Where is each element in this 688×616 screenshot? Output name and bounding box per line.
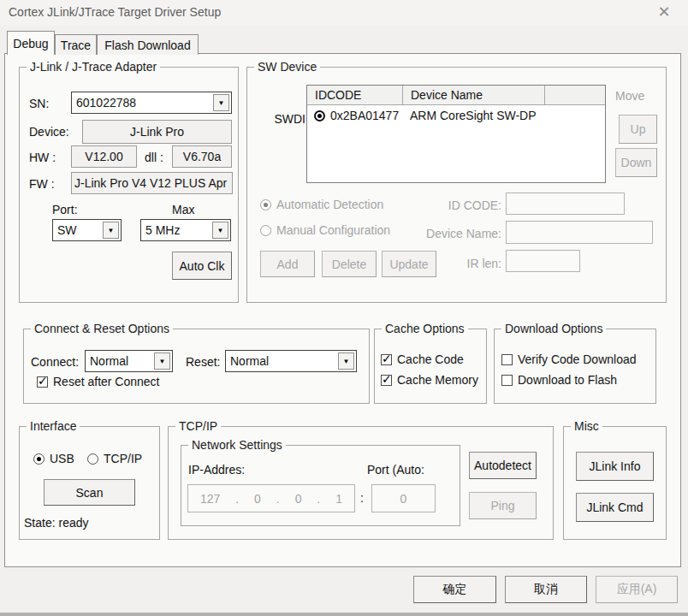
title-bar: Cortex JLink/JTrace Target Driver Setup … <box>0 0 688 26</box>
cache-code-label: Cache Code <box>397 352 464 366</box>
ip-octet-4: 1 <box>335 492 342 506</box>
manual-configuration-radio: Manual Configuration <box>260 223 390 237</box>
window-bottom-edge <box>0 613 688 616</box>
autodetect-button[interactable]: Autodetect <box>469 452 537 479</box>
group-misc-legend: Misc <box>571 419 602 433</box>
hw-field: V12.00 <box>71 145 137 168</box>
checkbox-icon[interactable] <box>381 354 392 365</box>
sw-device-table-header: IDCODE Device Name <box>307 86 605 105</box>
tab-debug-label: Debug <box>13 37 48 50</box>
max-speed-combo-value: 5 MHz <box>141 220 211 240</box>
group-network-settings: Network Settings IP-Addres: Port (Auto: … <box>181 445 460 526</box>
connect-combo-value: Normal <box>86 351 152 371</box>
reset-combo-value: Normal <box>226 351 336 371</box>
group-interface-legend: Interface <box>27 419 80 433</box>
connect-label: Connect: <box>31 355 79 369</box>
ping-button: Ping <box>469 492 537 519</box>
connect-combo[interactable]: Normal ▼ <box>85 350 173 372</box>
chevron-down-icon[interactable]: ▼ <box>154 352 170 370</box>
sn-combo-value: 601022788 <box>72 92 211 113</box>
chevron-down-icon[interactable]: ▼ <box>213 94 229 111</box>
tab-trace[interactable]: Trace <box>55 34 97 55</box>
move-down-label: Down <box>621 156 652 169</box>
update-button: Update <box>382 251 436 277</box>
group-connect-reset-legend: Connect & Reset Options <box>31 322 173 335</box>
manual-configuration-label: Manual Configuration <box>276 223 390 237</box>
update-label: Update <box>389 258 428 271</box>
group-cache-options: Cache Options Cache Code Cache Memory <box>374 329 487 404</box>
ip-octet-1: 127 <box>200 492 220 506</box>
group-adapter: J-Link / J-Trace Adapter SN: 601022788 ▼… <box>19 67 239 303</box>
scan-label: Scan <box>76 486 104 500</box>
device-field: J-Link Pro <box>82 120 232 144</box>
reset-label: Reset: <box>186 355 220 369</box>
row-device-name: ARM CoreSight SW-DP <box>410 109 537 122</box>
port-combo[interactable]: SW ▼ <box>52 219 122 241</box>
device-label: Device: <box>29 125 69 139</box>
cache-memory-checkbox[interactable]: Cache Memory <box>381 373 478 387</box>
row-radio-icon[interactable] <box>314 110 325 121</box>
ok-button[interactable]: 确定 <box>413 576 496 603</box>
manual-configuration-radio-icon <box>260 225 271 236</box>
auto-clk-button[interactable]: Auto Clk <box>172 252 232 280</box>
download-to-flash-checkbox[interactable]: Download to Flash <box>501 373 617 387</box>
usb-radio-icon[interactable] <box>33 453 44 465</box>
max-speed-combo[interactable]: 5 MHz ▼ <box>140 219 231 241</box>
jlink-info-label: JLink Info <box>590 459 641 473</box>
ok-label: 确定 <box>443 582 467 597</box>
chevron-down-icon[interactable]: ▼ <box>338 352 354 370</box>
chevron-down-icon[interactable]: ▼ <box>103 222 119 239</box>
cache-code-checkbox[interactable]: Cache Code <box>381 352 464 366</box>
id-code-label: ID CODE: <box>444 198 501 212</box>
scan-button[interactable]: Scan <box>44 479 135 506</box>
tab-trace-label: Trace <box>61 38 91 52</box>
sn-combo[interactable]: 601022788 ▼ <box>71 92 232 114</box>
move-down-button: Down <box>615 148 657 177</box>
verify-code-download-label: Verify Code Download <box>518 352 637 366</box>
verify-code-download-checkbox[interactable]: Verify Code Download <box>501 352 652 366</box>
col-header-idcode: IDCODE <box>307 86 403 104</box>
dialog-window: Cortex JLink/JTrace Target Driver Setup … <box>0 0 688 616</box>
automatic-detection-radio: Automatic Detection <box>260 198 383 211</box>
usb-radio[interactable]: USB <box>33 452 74 465</box>
hw-label: HW : <box>29 151 56 164</box>
jlink-cmd-button[interactable]: JLink Cmd <box>576 493 654 522</box>
checkbox-icon[interactable] <box>501 375 513 386</box>
tab-debug[interactable]: Debug <box>7 31 55 55</box>
tcpip-radio-icon[interactable] <box>87 453 98 465</box>
group-network-settings-legend: Network Settings <box>188 438 286 452</box>
checkbox-icon[interactable] <box>501 354 513 365</box>
port-field: 0 <box>371 484 436 512</box>
table-row[interactable]: 0x2BA01477 ARM CoreSight SW-DP <box>307 105 605 127</box>
ip-dot: . <box>276 492 280 506</box>
reset-after-connect-checkbox[interactable]: Reset after Connect <box>37 375 160 388</box>
ir-len-label: IR len: <box>462 257 501 270</box>
checkbox-icon[interactable] <box>381 375 392 386</box>
add-label: Add <box>277 258 299 271</box>
fw-value: J-Link Pro V4 V12 PLUS Apr <box>74 176 227 190</box>
group-adapter-legend: J-Link / J-Trace Adapter <box>27 60 160 74</box>
cancel-button[interactable]: 取消 <box>505 576 587 603</box>
automatic-detection-radio-icon <box>260 199 271 210</box>
swdio-row-label: SWDI <box>271 112 305 126</box>
jlink-info-button[interactable]: JLink Info <box>576 452 654 481</box>
state-text: State: ready <box>22 516 91 530</box>
group-sw-device-legend: SW Device <box>254 60 320 74</box>
col-header-device-name: Device Name <box>403 86 545 104</box>
tab-flash-download[interactable]: Flash Download <box>97 34 199 55</box>
port-auto-label: Port (Auto: <box>367 463 424 477</box>
ip-dot: . <box>317 492 320 506</box>
tcpip-label: TCP/IP <box>104 452 142 465</box>
close-icon[interactable]: ✕ <box>654 2 674 22</box>
automatic-detection-label: Automatic Detection <box>276 198 383 211</box>
delete-label: Delete <box>332 258 366 271</box>
tcpip-radio[interactable]: TCP/IP <box>87 452 142 465</box>
reset-combo[interactable]: Normal ▼ <box>225 350 357 372</box>
group-tcpip: TCP/IP Network Settings IP-Addres: Port … <box>168 426 554 540</box>
ip-address-field: 127 . 0 . 0 . 1 <box>187 484 355 512</box>
move-up-label: Up <box>631 122 646 136</box>
checkbox-icon[interactable] <box>37 376 48 388</box>
hw-value: V12.00 <box>85 150 122 163</box>
group-cache-options-legend: Cache Options <box>382 322 468 335</box>
chevron-down-icon[interactable]: ▼ <box>212 222 228 239</box>
